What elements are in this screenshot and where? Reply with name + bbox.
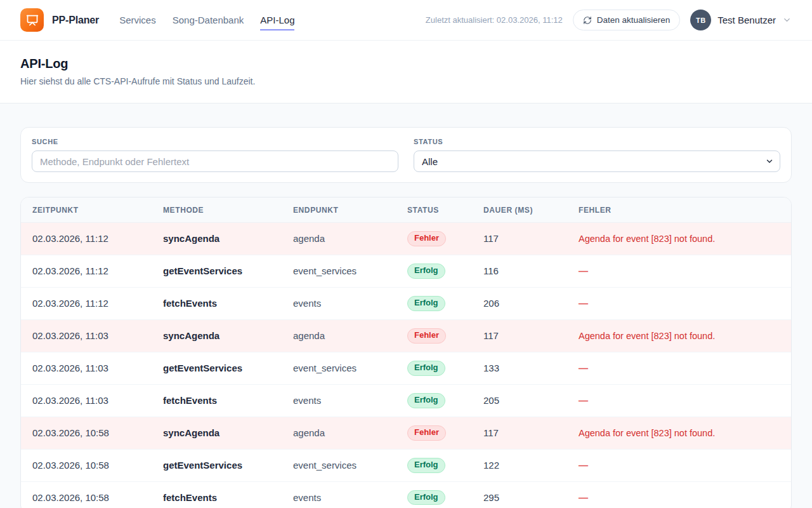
methode-cell: fetchEvents: [153, 481, 283, 508]
chevron-down-icon: [782, 15, 792, 25]
methode-cell: fetchEvents: [153, 287, 283, 319]
fehler-cell: —: [568, 481, 791, 508]
zeitpunkt-cell: 02.03.2026, 10:58: [21, 449, 153, 481]
table-row: 02.03.2026, 11:03 fetchEvents events Erf…: [21, 384, 791, 417]
fehler-cell: Agenda for event [823] not found.: [568, 319, 791, 352]
nav-item-services[interactable]: Services: [119, 10, 156, 30]
avatar: TB: [690, 10, 711, 30]
table-row: 02.03.2026, 11:03 syncAgenda agenda Fehl…: [21, 319, 791, 352]
table-row: 02.03.2026, 11:12 fetchEvents events Erf…: [21, 287, 791, 319]
last-updated-text: Zuletzt aktualisiert: 02.03.2026, 11:12: [426, 15, 563, 25]
col-fehler: FEHLER: [568, 197, 791, 223]
brand-name: PP-Planer: [52, 15, 99, 26]
status-badge: Erfolg: [407, 458, 445, 473]
table-row: 02.03.2026, 10:58 syncAgenda agenda Fehl…: [21, 417, 791, 449]
page-subtitle: Hier siehst du alle CTS-API-Aufrufe mit …: [20, 76, 792, 86]
table-header-row: ZEITPUNKT METHODE ENDPUNKT STATUS DAUER …: [21, 197, 791, 223]
table-row: 02.03.2026, 11:03 getEventServices event…: [21, 352, 791, 384]
dauer-cell: 117: [473, 319, 568, 352]
page-title: API-Log: [20, 57, 792, 71]
nav-item-song-datenbank[interactable]: Song-Datenbank: [173, 10, 244, 30]
presentation-icon: [26, 14, 39, 27]
fehler-cell: —: [568, 384, 791, 417]
nav-item-api-log[interactable]: API-Log: [260, 10, 294, 30]
endpunkt-cell: events: [283, 384, 397, 417]
zeitpunkt-cell: 02.03.2026, 11:03: [21, 319, 153, 352]
log-table-body: 02.03.2026, 11:12 syncAgenda agenda Fehl…: [21, 223, 791, 508]
fehler-cell: Agenda for event [823] not found.: [568, 417, 791, 449]
status-cell: Fehler: [397, 223, 473, 255]
dauer-cell: 206: [473, 287, 568, 319]
col-zeitpunkt: ZEITPUNKT: [21, 197, 153, 223]
table-row: 02.03.2026, 11:12 getEventServices event…: [21, 255, 791, 287]
status-cell: Erfolg: [397, 287, 473, 319]
search-input[interactable]: [32, 150, 398, 172]
zeitpunkt-cell: 02.03.2026, 11:03: [21, 352, 153, 384]
methode-cell: syncAgenda: [153, 417, 283, 449]
user-menu[interactable]: TB Test Benutzer: [690, 10, 792, 30]
top-navbar: PP-Planer Services Song-Datenbank API-Lo…: [0, 0, 812, 41]
methode-cell: syncAgenda: [153, 223, 283, 255]
api-log-table-card: ZEITPUNKT METHODE ENDPUNKT STATUS DAUER …: [20, 197, 792, 508]
zeitpunkt-cell: 02.03.2026, 11:03: [21, 384, 153, 417]
endpunkt-cell: events: [283, 287, 397, 319]
status-cell: Erfolg: [397, 481, 473, 508]
endpunkt-cell: agenda: [283, 417, 397, 449]
status-cell: Fehler: [397, 319, 473, 352]
main-content: SUCHE STATUS Alle: [0, 104, 812, 508]
col-status: STATUS: [397, 197, 473, 223]
methode-cell: fetchEvents: [153, 384, 283, 417]
status-cell: Fehler: [397, 417, 473, 449]
status-cell: Erfolg: [397, 352, 473, 384]
zeitpunkt-cell: 02.03.2026, 11:12: [21, 255, 153, 287]
methode-cell: getEventServices: [153, 255, 283, 287]
status-badge: Erfolg: [407, 490, 445, 505]
table-row: 02.03.2026, 10:58 getEventServices event…: [21, 449, 791, 481]
main-nav: Services Song-Datenbank API-Log: [119, 10, 294, 30]
status-badge: Erfolg: [407, 393, 445, 408]
fehler-cell: —: [568, 352, 791, 384]
filter-card: SUCHE STATUS Alle: [20, 127, 792, 183]
zeitpunkt-cell: 02.03.2026, 10:58: [21, 481, 153, 508]
dauer-cell: 117: [473, 223, 568, 255]
methode-cell: syncAgenda: [153, 319, 283, 352]
endpunkt-cell: agenda: [283, 319, 397, 352]
methode-cell: getEventServices: [153, 352, 283, 384]
status-cell: Erfolg: [397, 449, 473, 481]
user-name: Test Benutzer: [717, 15, 776, 25]
endpunkt-cell: agenda: [283, 223, 397, 255]
status-badge: Erfolg: [407, 264, 445, 279]
page-header: API-Log Hier siehst du alle CTS-API-Aufr…: [0, 41, 812, 104]
fehler-cell: Agenda for event [823] not found.: [568, 223, 791, 255]
dauer-cell: 116: [473, 255, 568, 287]
search-label: SUCHE: [32, 138, 398, 145]
refresh-button-label: Daten aktualisieren: [597, 15, 671, 25]
fehler-cell: —: [568, 287, 791, 319]
dauer-cell: 122: [473, 449, 568, 481]
api-log-table: ZEITPUNKT METHODE ENDPUNKT STATUS DAUER …: [21, 197, 791, 508]
fehler-cell: —: [568, 449, 791, 481]
endpunkt-cell: event_services: [283, 449, 397, 481]
zeitpunkt-cell: 02.03.2026, 11:12: [21, 287, 153, 319]
col-dauer: DAUER (MS): [473, 197, 568, 223]
zeitpunkt-cell: 02.03.2026, 11:12: [21, 223, 153, 255]
status-badge: Erfolg: [407, 296, 445, 311]
endpunkt-cell: event_services: [283, 255, 397, 287]
endpunkt-cell: event_services: [283, 352, 397, 384]
refresh-icon: [583, 16, 592, 25]
col-methode: METHODE: [153, 197, 283, 223]
refresh-data-button[interactable]: Daten aktualisieren: [573, 10, 681, 30]
status-select[interactable]: Alle: [414, 150, 780, 172]
dauer-cell: 117: [473, 417, 568, 449]
status-cell: Erfolg: [397, 384, 473, 417]
status-badge: Fehler: [407, 328, 446, 344]
dauer-cell: 205: [473, 384, 568, 417]
methode-cell: getEventServices: [153, 449, 283, 481]
table-row: 02.03.2026, 10:58 fetchEvents events Erf…: [21, 481, 791, 508]
fehler-cell: —: [568, 255, 791, 287]
status-badge: Erfolg: [407, 361, 445, 376]
app-logo: [20, 8, 44, 32]
status-badge: Fehler: [407, 231, 446, 246]
col-endpunkt: ENDPUNKT: [283, 197, 397, 223]
zeitpunkt-cell: 02.03.2026, 10:58: [21, 417, 153, 449]
